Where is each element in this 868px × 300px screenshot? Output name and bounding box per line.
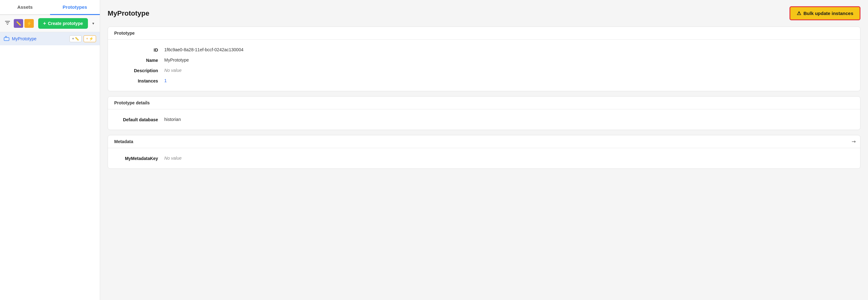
lightning-button[interactable]: ⚡ xyxy=(24,19,34,28)
plus-small-icon: + xyxy=(72,37,74,41)
left-panel: Assets Prototypes 📏 ⚡ + Create prototype… xyxy=(0,0,100,300)
page-title: MyPrototype xyxy=(107,9,149,18)
name-label: Name xyxy=(114,58,164,63)
metadata-card-body: MyMetadataKey No value xyxy=(108,148,860,168)
warning-icon: ⚠ xyxy=(797,10,801,16)
toolbar: 📏 ⚡ + Create prototype ▾ xyxy=(0,15,100,32)
add-event-button[interactable]: + ⚡ xyxy=(84,35,96,42)
add-measurement-button[interactable]: + 📏 xyxy=(69,35,82,42)
prototype-icon xyxy=(4,36,9,41)
icon-group: 📏 ⚡ xyxy=(14,19,34,28)
prototype-card-header: Prototype xyxy=(108,27,860,40)
list-item[interactable]: MyPrototype + 📏 + ⚡ xyxy=(0,32,100,45)
list-item-name: MyPrototype xyxy=(12,36,37,41)
tab-assets[interactable]: Assets xyxy=(0,0,50,15)
prototype-details-card: Prototype details Default database histo… xyxy=(107,96,861,130)
plus-yellow-icon: + xyxy=(86,37,88,41)
mymetadatakey-label: MyMetadataKey xyxy=(114,156,164,161)
description-label: Description xyxy=(114,68,164,73)
default-database-value: historian xyxy=(164,117,181,122)
create-dropdown-button[interactable]: ▾ xyxy=(90,20,96,27)
plus-icon: + xyxy=(43,21,46,26)
instances-label: Instances xyxy=(114,78,164,84)
tabs: Assets Prototypes xyxy=(0,0,100,15)
mymetadatakey-value: No value xyxy=(164,156,182,161)
ruler-icon: 📏 xyxy=(16,21,21,26)
tab-prototypes[interactable]: Prototypes xyxy=(50,0,100,15)
filter-icon xyxy=(5,20,10,25)
details-card-body: Default database historian xyxy=(108,109,860,130)
description-value: No value xyxy=(164,68,182,73)
field-row-instances: Instances 1 xyxy=(114,76,854,86)
ruler-small-icon: 📏 xyxy=(75,37,79,41)
field-row-mymetadatakey: MyMetadataKey No value xyxy=(114,153,854,163)
create-prototype-label: Create prototype xyxy=(48,21,83,26)
id-value: 1f6c9ae0-8a28-11ef-bccf-0242ac130004 xyxy=(164,47,243,52)
list-item-actions: + 📏 + ⚡ xyxy=(69,35,96,42)
id-label: ID xyxy=(114,47,164,53)
right-header: MyPrototype ⚠ Bulk update instances xyxy=(107,6,861,20)
details-card-header: Prototype details xyxy=(108,97,860,109)
ruler-button[interactable]: 📏 xyxy=(14,19,23,28)
filter-button[interactable] xyxy=(4,19,11,28)
field-row-id: ID 1f6c9ae0-8a28-11ef-bccf-0242ac130004 xyxy=(114,45,854,55)
lightning-icon: ⚡ xyxy=(27,21,32,26)
default-database-label: Default database xyxy=(114,117,164,122)
bulk-update-label: Bulk update instances xyxy=(804,11,853,16)
right-panel: MyPrototype ⚠ Bulk update instances Prot… xyxy=(100,0,868,300)
metadata-card-header: Metadata xyxy=(108,135,860,148)
prototype-card: Prototype ID 1f6c9ae0-8a28-11ef-bccf-024… xyxy=(107,27,861,91)
prototype-card-body: ID 1f6c9ae0-8a28-11ef-bccf-0242ac130004 … xyxy=(108,40,860,91)
metadata-card: Metadata ↗ MyMetadataKey No value xyxy=(107,135,861,169)
create-prototype-button[interactable]: + Create prototype xyxy=(38,18,88,29)
name-value: MyPrototype xyxy=(164,58,189,63)
field-row-name: Name MyPrototype xyxy=(114,55,854,65)
instances-value[interactable]: 1 xyxy=(164,78,167,83)
field-row-description: Description No value xyxy=(114,65,854,76)
bulk-update-button[interactable]: ⚠ Bulk update instances xyxy=(789,6,861,20)
list-area: MyPrototype + 📏 + ⚡ xyxy=(0,32,100,300)
field-row-default-database: Default database historian xyxy=(114,114,854,125)
svg-rect-0 xyxy=(4,37,9,41)
bolt-icon: ⚡ xyxy=(89,37,94,41)
